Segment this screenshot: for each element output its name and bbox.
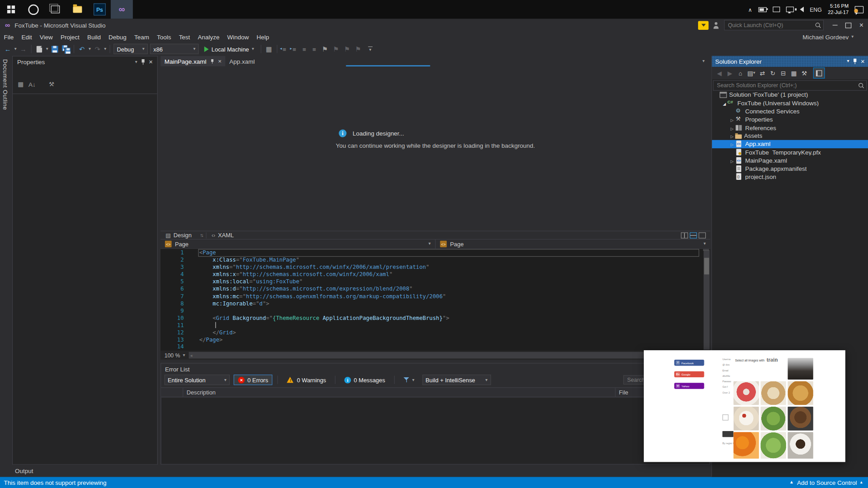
prev-bookmark-icon[interactable]: ⚑ (331, 44, 340, 54)
intellisense-filter-button[interactable]: ▾ (400, 375, 419, 385)
expander-icon[interactable] (729, 157, 735, 164)
scope-dropdown[interactable]: Entire Solution▾ (165, 375, 230, 385)
user-account-button[interactable]: Michael Gordeev ▾ (802, 33, 868, 40)
tree-item-connected-services[interactable]: Connected Services (712, 107, 868, 115)
navigate-forward-icon[interactable]: → (19, 44, 28, 54)
menu-file[interactable]: File (0, 32, 18, 42)
tab-mainpage-xaml[interactable]: MainPage.xaml × (160, 56, 226, 66)
bookmark-icon[interactable]: ⚑ (321, 44, 330, 54)
captcha-image-oranges[interactable] (733, 432, 759, 459)
menu-team[interactable]: Team (130, 32, 153, 42)
menu-analyze[interactable]: Analyze (194, 32, 223, 42)
redo-dropdown-icon[interactable]: ▾ (104, 47, 106, 51)
social-facebook-button[interactable]: fFacebook (674, 360, 704, 366)
horizontal-split-icon[interactable] (690, 232, 697, 238)
show-all-files-icon[interactable]: ▦ (790, 69, 797, 78)
start-debugging-button[interactable]: Local Machine ▾ (201, 44, 258, 54)
maximize-button[interactable] (841, 19, 854, 32)
document-outline-tab[interactable]: Document Outline (2, 59, 9, 110)
minimize-button[interactable] (828, 19, 841, 32)
send-feedback-icon[interactable] (713, 22, 720, 28)
close-button[interactable]: × (855, 19, 868, 32)
horizontal-scrollbar[interactable]: ◂ ▸ (189, 352, 701, 359)
window-menu-icon[interactable]: ▾ (135, 60, 137, 64)
live-visual-tree-icon[interactable]: ▦ (264, 44, 274, 54)
pin-icon[interactable] (210, 58, 214, 64)
messages-filter-button[interactable]: i 0 Messages (340, 375, 389, 385)
tree-item-project-json[interactable]: project.json (712, 173, 868, 181)
breadcrumb-left[interactable]: <> Page ▾ (160, 239, 436, 249)
breadcrumb-right[interactable]: <> Page ▾ (436, 239, 710, 249)
signup-button[interactable] (722, 431, 733, 437)
xaml-code-editor[interactable]: 1<Page2 x:Class="FoxTube.MainPage"3 xmln… (160, 249, 710, 351)
collapse-pane-icon[interactable] (698, 232, 706, 238)
tab-app-xaml[interactable]: App.xaml (226, 56, 259, 66)
alphabetical-icon[interactable]: A↓ (28, 81, 36, 88)
close-icon[interactable]: × (149, 59, 153, 66)
menu-project[interactable]: Project (57, 32, 83, 42)
solution-platforms-dropdown[interactable]: x86▾ (150, 44, 199, 54)
sync-with-active-document-icon[interactable]: ⇄ (759, 69, 766, 78)
captcha-image-salad[interactable] (760, 407, 786, 431)
expander-icon[interactable] (729, 116, 735, 123)
outdent-icon[interactable]: ≡◂ (281, 46, 288, 52)
tree-item-properties[interactable]: Properties (712, 115, 868, 123)
scroll-left-icon[interactable]: ◂ (190, 353, 192, 358)
preview-selected-items-icon[interactable] (813, 67, 825, 78)
task-view-button[interactable] (44, 0, 66, 19)
toolbar-overflow-icon[interactable]: ▾ (368, 46, 373, 52)
volume-icon[interactable] (800, 7, 804, 12)
clock[interactable]: 5:16 PM 22-Jul-17 (828, 3, 849, 15)
swap-panes-icon[interactable]: ↑↓ (197, 232, 206, 238)
expander-icon[interactable] (729, 141, 735, 147)
window-menu-icon[interactable]: ▾ (847, 59, 849, 64)
redo-icon[interactable]: ↷ (93, 44, 102, 54)
menu-edit[interactable]: Edit (18, 32, 36, 42)
close-icon[interactable]: × (861, 58, 865, 65)
menu-tools[interactable]: Tools (153, 32, 175, 42)
battery-icon[interactable] (758, 7, 766, 12)
tray-chevron-icon[interactable]: ∧ (748, 6, 752, 12)
pin-icon[interactable] (141, 59, 146, 66)
new-file-icon[interactable] (35, 44, 44, 54)
menu-debug[interactable]: Debug (105, 32, 131, 42)
severity-column-header[interactable] (161, 388, 183, 397)
menu-view[interactable]: View (36, 32, 57, 42)
tree-item-solution-foxtube-1-project[interactable]: Solution 'FoxTube' (1 project) (712, 91, 868, 99)
warnings-filter-button[interactable]: 0 Warnings (283, 375, 330, 385)
solution-explorer-search-input[interactable] (716, 82, 859, 89)
zoom-dropdown[interactable]: 100 % ▾ (160, 352, 189, 358)
floating-preview-window[interactable]: fFacebookG+GoogleY!Yahoo Userna@ douEmai… (644, 350, 845, 462)
file-explorer-button[interactable] (66, 0, 89, 19)
terms-checkbox[interactable] (722, 414, 728, 420)
cortana-button[interactable] (22, 0, 44, 19)
captcha-image-greens[interactable] (760, 432, 786, 459)
tree-item-foxtube-temporarykey-pfx[interactable]: FoxTube_TemporaryKey.pfx (712, 148, 868, 156)
error-list-body[interactable] (162, 398, 709, 464)
feedback-flag-icon[interactable] (698, 21, 708, 30)
home-icon[interactable]: ⌂ (737, 69, 744, 78)
solution-configurations-dropdown[interactable]: Debug▾ (113, 44, 148, 54)
menu-window[interactable]: Window (223, 32, 253, 42)
comment-icon[interactable]: ≡ (301, 46, 308, 52)
refresh-icon[interactable]: ↻ (769, 69, 776, 78)
captcha-image-pastry[interactable] (760, 381, 786, 405)
pin-icon[interactable] (853, 58, 858, 65)
clear-bookmarks-icon[interactable]: ⚑ (354, 44, 363, 54)
social-yahoo-button[interactable]: Y!Yahoo (674, 383, 704, 389)
design-view-tab[interactable]: ▧ Design (160, 231, 197, 239)
captcha-image-coffee[interactable] (788, 432, 813, 459)
save-all-icon[interactable] (61, 44, 71, 54)
expander-icon[interactable] (729, 132, 735, 139)
tablet-icon[interactable] (773, 7, 780, 12)
property-pages-icon[interactable]: ⚒ (49, 81, 54, 88)
expander-icon[interactable] (729, 124, 735, 131)
quick-launch-input[interactable] (727, 22, 816, 29)
indent-icon[interactable]: ≡▸ (291, 46, 298, 52)
social-google-button[interactable]: G+Google (674, 371, 704, 377)
properties-icon[interactable]: ⚒ (801, 69, 808, 78)
tree-item-assets[interactable]: Assets (712, 131, 868, 140)
split-handle[interactable] (703, 249, 709, 251)
captcha-image-tart[interactable] (733, 381, 759, 405)
navigate-back-dropdown-icon[interactable]: ▾ (14, 47, 17, 51)
